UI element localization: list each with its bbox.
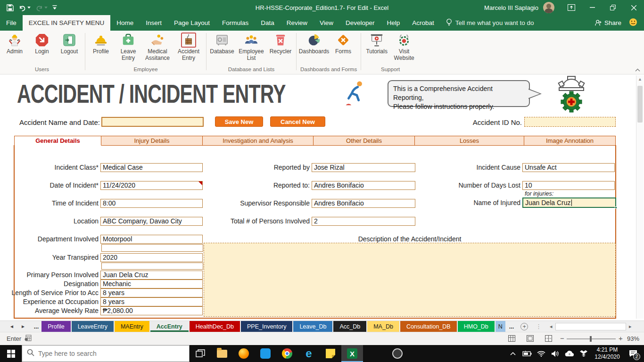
vertical-scrollbar[interactable]: ▲	[636, 75, 644, 319]
reported-by-field[interactable]: Jose Rizal	[312, 163, 415, 172]
sheet-overflow-left[interactable]: ...	[31, 321, 41, 332]
tab-review[interactable]: Review	[281, 15, 314, 31]
wifi-icon[interactable]	[536, 345, 547, 362]
tab-formulas[interactable]: Formulas	[216, 15, 255, 31]
minimize-button[interactable]	[582, 0, 603, 15]
page-layout-view-icon[interactable]	[527, 335, 534, 343]
horizontal-scrollbar[interactable]: ◄ ►	[547, 321, 635, 332]
department-involved-field[interactable]: Motorpool	[100, 235, 203, 244]
tab-page-layout[interactable]: Page Layout	[168, 15, 216, 31]
sheet-nav-left-icon[interactable]: ◄	[9, 324, 14, 329]
form-tab-other-details[interactable]: Other Details	[314, 136, 415, 146]
edge-icon[interactable]: e	[298, 345, 320, 362]
zoom-in-icon[interactable]: +	[619, 334, 623, 342]
empty-cell[interactable]	[101, 244, 203, 252]
tab-view[interactable]: View	[314, 15, 339, 31]
incident-class-field[interactable]: Medical Case	[100, 163, 203, 172]
zoom-slider-thumb[interactable]	[590, 336, 592, 342]
logout-button[interactable]: Logout	[58, 33, 81, 55]
experience-at-occupation-field[interactable]: 8 years	[100, 297, 203, 306]
incident-cause-field[interactable]: Unsafe Act	[522, 163, 615, 172]
sheet-nav-right-icon[interactable]: ►	[21, 324, 25, 329]
sheetbar-splitter[interactable]: ⋮	[532, 321, 546, 332]
undo-icon[interactable]	[18, 4, 31, 11]
description-textarea[interactable]	[204, 243, 616, 317]
file-explorer-icon[interactable]	[211, 345, 233, 362]
location-field[interactable]: ABC Company, Davao City	[100, 217, 203, 226]
chrome-icon[interactable]	[276, 345, 298, 362]
sheet-tab-profile[interactable]: Profile	[41, 321, 70, 332]
restore-button[interactable]	[603, 0, 623, 15]
new-sheet-button[interactable]: +	[520, 321, 528, 332]
leave-entry-button[interactable]: Leave Entry	[116, 33, 140, 62]
time-of-incident-field[interactable]: 8:00	[100, 199, 203, 208]
dropbox-icon[interactable]	[578, 345, 589, 362]
tab-excel-in-safety-menu[interactable]: EXCEL IN SAFETY MENU	[23, 15, 111, 31]
hscroll-left-icon[interactable]: ◄	[547, 322, 555, 331]
tab-help[interactable]: Help	[381, 15, 406, 31]
battery-icon[interactable]	[521, 345, 533, 362]
sheet-tab-partial[interactable]: N	[495, 321, 505, 332]
save-icon[interactable]	[7, 4, 14, 11]
visit-website-button[interactable]: Visit Website	[392, 33, 416, 62]
average-weekly-rate-field[interactable]: ₱2,080.00	[100, 306, 203, 315]
form-tab-investigation-analysis[interactable]: Investigation and Analysis	[203, 136, 314, 146]
normal-view-icon[interactable]	[508, 335, 515, 343]
designation-field[interactable]: Mechanic	[100, 280, 203, 288]
tab-data[interactable]: Data	[255, 15, 281, 31]
sheet-overflow-right[interactable]: ...	[506, 321, 517, 332]
form-tab-injury-details[interactable]: Injury Details	[101, 136, 203, 146]
sticky-notes-icon[interactable]	[320, 345, 341, 362]
sheet-tab-leave-db[interactable]: Leave_Db	[293, 321, 332, 332]
excel-taskbar-icon[interactable]: X	[341, 345, 363, 362]
forms-button[interactable]: Forms	[331, 33, 355, 55]
action-center-button[interactable]: 2	[625, 345, 641, 362]
accident-id-input[interactable]	[524, 117, 616, 127]
ribbon-display-options-icon[interactable]	[561, 0, 582, 15]
sheet-tab-accentry[interactable]: AccEntry	[150, 321, 189, 332]
share-button[interactable]: Share	[595, 19, 621, 26]
search-input[interactable]	[38, 350, 170, 357]
number-of-days-lost-field[interactable]: 10	[522, 181, 615, 190]
supervisor-responsible-field[interactable]: Andres Bonifacio	[312, 199, 415, 208]
reported-to-field[interactable]: Andres Bonifacio	[312, 181, 415, 190]
tab-developer[interactable]: Developer	[339, 15, 381, 31]
hscroll-track[interactable]	[555, 323, 626, 330]
database-button[interactable]: Database	[210, 33, 234, 62]
date-of-incident-field[interactable]: 11/24/2020	[100, 181, 203, 190]
sheet-tab-ma-db[interactable]: MA_Db	[367, 321, 399, 332]
sheet-tab-acc-db[interactable]: Acc_Db	[333, 321, 366, 332]
customize-qat-icon[interactable]	[52, 5, 57, 10]
tab-file[interactable]: File	[0, 15, 23, 31]
tray-chevron-icon[interactable]	[507, 345, 519, 362]
sheet-tab-consultation-db[interactable]: Consultation_DB	[400, 321, 457, 332]
collapse-ribbon-icon[interactable]	[635, 67, 640, 73]
macro-record-icon[interactable]	[25, 335, 32, 343]
onedrive-icon[interactable]	[564, 345, 575, 362]
tell-me-box[interactable]: Tell me what you want to do	[440, 15, 540, 31]
form-tab-general-details[interactable]: General Details	[14, 136, 101, 146]
tab-home[interactable]: Home	[110, 15, 140, 31]
length-of-service-field[interactable]: 8 years	[100, 288, 203, 297]
accident-name-date-input[interactable]	[101, 117, 204, 127]
tutorials-button[interactable]: Tutorials	[365, 33, 388, 62]
dashboards-button[interactable]: Dashboards	[300, 33, 328, 55]
login-button[interactable]: Login	[30, 33, 54, 55]
tab-acrobat[interactable]: Acrobat	[406, 15, 440, 31]
cell-fill-handle[interactable]	[615, 206, 617, 209]
employee-list-button[interactable]: Employee List	[238, 33, 265, 62]
accident-entry-button[interactable]: Accident Entry	[175, 33, 202, 62]
sheet-tab-maentry[interactable]: MAEntry	[115, 321, 149, 332]
taskbar-clock[interactable]: 4:21 PM 12/4/2020	[592, 346, 622, 361]
close-button[interactable]	[623, 0, 644, 15]
start-button[interactable]	[0, 345, 22, 362]
empty-cell[interactable]	[101, 263, 203, 270]
sheet-tab-hmo-db[interactable]: HMO_Db	[458, 321, 495, 332]
recycler-button[interactable]: Recycler	[269, 33, 292, 62]
feedback-smiley-icon[interactable]	[629, 18, 637, 28]
volume-icon[interactable]	[550, 345, 561, 362]
user-avatar[interactable]	[543, 2, 554, 13]
cancel-new-button[interactable]: Cancel New	[270, 116, 325, 127]
zoom-percent[interactable]: 93%	[627, 335, 639, 342]
admin-button[interactable]: Admin	[3, 33, 26, 55]
